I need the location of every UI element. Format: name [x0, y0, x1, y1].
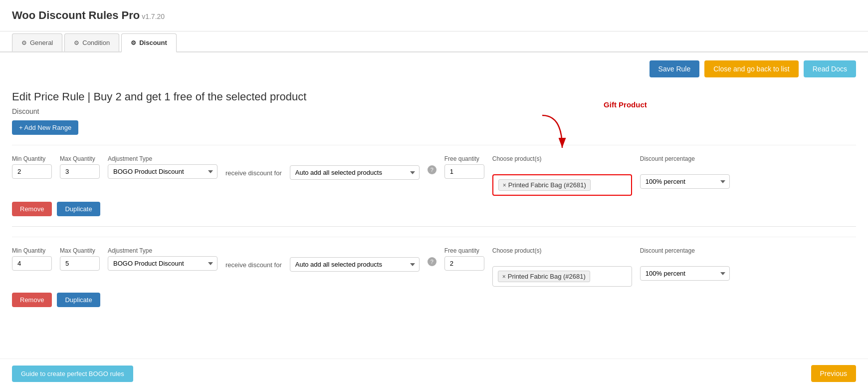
adjustment-group-2: Adjustment Type BOGO Product Discount: [108, 247, 217, 271]
range-row-2: Min Quantity Max Quantity Adjustment Typ…: [12, 247, 856, 287]
product-tag-2: × Printed Fabric Bag (#2681): [498, 271, 590, 282]
discount-pct-select-1[interactable]: 100% percent: [640, 174, 730, 189]
tab-general-label: General: [30, 39, 53, 46]
min-qty-group-1: Min Quantity: [12, 155, 52, 179]
remove-button-1[interactable]: Remove: [12, 202, 52, 216]
product-tag-name-2: Printed Fabric Bag (#2681): [508, 273, 586, 280]
product-tag-remove-1[interactable]: ×: [503, 182, 506, 189]
free-qty-input-1[interactable]: [444, 164, 484, 179]
adjustment-select-1[interactable]: BOGO Product Discount: [108, 164, 217, 179]
help-icon-1[interactable]: ?: [428, 165, 436, 174]
help-icon-2[interactable]: ?: [428, 257, 436, 266]
read-docs-button[interactable]: Read Docs: [804, 60, 856, 77]
tabs-bar: ⚙ General ⚙ Condition ⚙ Discount: [0, 33, 868, 52]
remove-button-2[interactable]: Remove: [12, 293, 52, 307]
range-row-1: Min Quantity Max Quantity Adjustment Typ…: [12, 155, 856, 196]
receive-label-1: receive discount for: [225, 155, 282, 177]
max-qty-label-1: Max Quantity: [60, 155, 100, 162]
section-label: Discount: [12, 107, 856, 115]
range-separator: [12, 226, 856, 227]
tab-condition[interactable]: ⚙ Condition: [64, 33, 119, 51]
discount-icon: ⚙: [131, 39, 136, 46]
duplicate-button-2[interactable]: Duplicate: [57, 293, 100, 307]
page-title: Edit Price Rule | Buy 2 and get 1 free o…: [12, 90, 856, 103]
adjustment-group-1: Adjustment Type BOGO Product Discount: [108, 155, 217, 179]
discount-pct-group-2: Discount percentage 100% percent: [640, 247, 730, 281]
tab-general[interactable]: ⚙ General: [12, 33, 62, 51]
choose-products-label-1: Choose product(s): [492, 155, 632, 162]
product-tag-1: × Printed Fabric Bag (#2681): [498, 179, 591, 191]
max-qty-group-1: Max Quantity: [60, 155, 100, 179]
app-version: v1.7.20: [142, 12, 165, 20]
tab-condition-label: Condition: [82, 39, 110, 46]
choose-products-box-1[interactable]: × Printed Fabric Bag (#2681): [492, 174, 632, 196]
max-qty-group-2: Max Quantity: [60, 247, 100, 271]
adjustment-select-2[interactable]: BOGO Product Discount: [108, 256, 217, 271]
save-rule-button[interactable]: Save Rule: [650, 60, 700, 77]
action-bar: Save Rule Close and go back to list Read…: [0, 52, 868, 85]
tab-discount[interactable]: ⚙ Discount: [121, 33, 177, 52]
gift-arrow-icon: [537, 113, 567, 153]
free-qty-group-2: Free quantity: [444, 247, 484, 271]
free-qty-input-2[interactable]: [444, 256, 484, 271]
range-block-1: Min Quantity Max Quantity Adjustment Typ…: [12, 145, 856, 221]
receive-select-1[interactable]: Auto add all selected products: [290, 165, 420, 180]
adjustment-label-1: Adjustment Type: [108, 155, 217, 162]
adjustment-label-2: Adjustment Type: [108, 247, 217, 254]
condition-icon: ⚙: [74, 39, 79, 46]
max-qty-input-2[interactable]: [60, 256, 100, 271]
receive-label-2: receive discount for: [225, 247, 282, 269]
free-qty-label-2: Free quantity: [444, 247, 484, 254]
choose-products-box-2[interactable]: × Printed Fabric Bag (#2681): [492, 266, 632, 287]
duplicate-button-1[interactable]: Duplicate: [57, 202, 100, 216]
min-qty-label-1: Min Quantity: [12, 155, 52, 162]
add-new-range-button[interactable]: Add New Range: [12, 120, 78, 135]
discount-pct-label-2: Discount percentage: [640, 247, 730, 254]
btn-row-2: Remove Duplicate: [12, 293, 856, 307]
product-tag-remove-2[interactable]: ×: [502, 273, 506, 280]
max-qty-input-1[interactable]: [60, 164, 100, 179]
free-qty-label-1: Free quantity: [444, 155, 484, 162]
choose-products-field-2: Choose product(s) × Printed Fabric Bag (…: [492, 247, 632, 287]
app-title: Woo Discount Rules Pro: [12, 9, 140, 21]
min-qty-input-2[interactable]: [12, 256, 52, 271]
min-qty-label-2: Min Quantity: [12, 247, 52, 254]
top-bar: Woo Discount Rules Pro v1.7.20: [0, 0, 868, 31]
choose-products-label-2: Choose product(s): [492, 247, 632, 254]
discount-pct-select-2[interactable]: 100% percent: [640, 266, 730, 281]
general-icon: ⚙: [21, 39, 27, 46]
max-qty-label-2: Max Quantity: [60, 247, 100, 254]
product-tag-name-1: Printed Fabric Bag (#2681): [508, 181, 586, 189]
choose-products-wrapper-1: Gift Product Choose product(s) ×: [492, 155, 632, 196]
main-content: Edit Price Rule | Buy 2 and get 1 free o…: [0, 85, 868, 352]
choose-products-field-1: Choose product(s) × Printed Fabric Bag (…: [492, 155, 632, 196]
discount-pct-label-1: Discount percentage: [640, 155, 730, 162]
free-qty-group-1: Free quantity: [444, 155, 484, 179]
receive-select-2[interactable]: Auto add all selected products: [290, 257, 420, 272]
btn-row-1: Remove Duplicate: [12, 202, 856, 216]
tab-discount-label: Discount: [139, 39, 167, 46]
range-block-2: Min Quantity Max Quantity Adjustment Typ…: [12, 237, 856, 312]
discount-pct-group-1: Discount percentage 100% percent: [640, 155, 730, 189]
min-qty-input-1[interactable]: [12, 164, 52, 179]
min-qty-group-2: Min Quantity: [12, 247, 52, 271]
close-button[interactable]: Close and go back to list: [704, 60, 799, 77]
